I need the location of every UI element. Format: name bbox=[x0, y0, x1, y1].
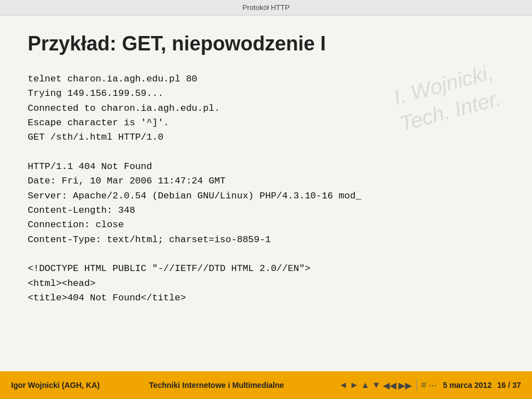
bottom-bar: Igor Wojnicki (AGH, KA) Techniki Interne… bbox=[0, 371, 532, 399]
footer-left: Igor Wojnicki (AGH, KA) bbox=[11, 381, 100, 390]
main-content: Przykład: GET, niepowodzenie I telnet ch… bbox=[0, 16, 532, 371]
nav-back-icon[interactable]: ◀◀ bbox=[383, 380, 396, 391]
nav-up-icon[interactable]: ▲ bbox=[361, 380, 370, 390]
slide-title: Przykład: GET, niepowodzenie I bbox=[28, 32, 504, 55]
nav-left-arrow[interactable]: ◄ bbox=[339, 380, 347, 390]
top-bar-title: Protokół HTTP bbox=[242, 3, 289, 12]
nav-right-arrow[interactable]: ► bbox=[350, 380, 359, 390]
code-block: telnet charon.ia.agh.edu.pl 80 Trying 14… bbox=[28, 72, 504, 306]
footer-page: 16 / 37 bbox=[497, 381, 521, 390]
footer-right-group: ◄ ► ▲ ▼ ◀◀ ▶▶ ≡ ⋯ 5 marca 2012 16 / 37 bbox=[333, 380, 521, 391]
dots-icon[interactable]: ⋯ bbox=[428, 380, 437, 391]
menu-icon[interactable]: ≡ bbox=[421, 380, 426, 390]
divider bbox=[416, 380, 417, 391]
footer-date: 5 marca 2012 bbox=[443, 381, 492, 390]
nav-forward-icon[interactable]: ▶▶ bbox=[398, 380, 412, 391]
nav-icons: ◄ ► ▲ ▼ ◀◀ ▶▶ ≡ ⋯ bbox=[339, 380, 437, 391]
footer-center: Techniki Internetowe i Multimedialne bbox=[149, 381, 284, 390]
nav-down-icon[interactable]: ▼ bbox=[372, 380, 381, 390]
top-bar: Protokół HTTP bbox=[0, 0, 532, 16]
